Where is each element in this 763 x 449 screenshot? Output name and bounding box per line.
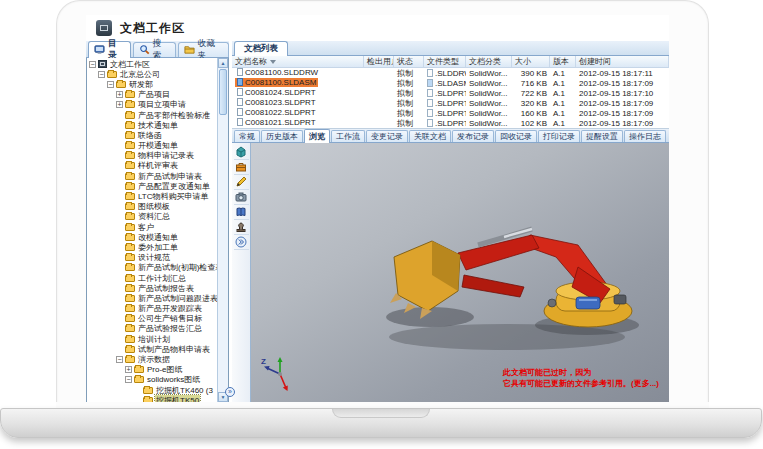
file-type: .SLDDRW: [435, 69, 466, 78]
collapse-icon[interactable]: −: [107, 81, 114, 88]
orientation-triad: Z: [261, 355, 299, 393]
tree-item[interactable]: +产品项目: [87, 90, 217, 100]
column-header[interactable]: 创建时间: [576, 56, 669, 67]
tab-print-records[interactable]: 打印记录: [538, 130, 580, 142]
app-window: 文档工作区 目录搜索收藏夹 −文档工作区−北京总公司−研发部+产品项目+项目立项…: [86, 15, 669, 403]
tree-item[interactable]: 样机评审表: [87, 161, 217, 171]
collapse-icon[interactable]: −: [116, 356, 123, 363]
folder-icon: [125, 193, 135, 200]
table-row[interactable]: C0081100.SLDASM拟制.SLDASMSolidWor...716 K…: [232, 78, 669, 88]
tab-general[interactable]: 常规: [234, 130, 260, 142]
viewer-canvas[interactable]: Z 此文档可能已过时，因为 它具有可能已更新的文件参考引用。(更多...): [251, 143, 669, 403]
part-file-icon: [237, 98, 243, 106]
tree-item[interactable]: 产品配置更改通知单: [87, 181, 217, 191]
tree-item[interactable]: 改模通知单: [87, 232, 217, 242]
tree-item[interactable]: 客户: [87, 222, 217, 232]
tree-item[interactable]: 技术通知单: [87, 120, 217, 130]
collapse-tree-button[interactable]: »: [225, 387, 235, 397]
folder-icon: [125, 91, 135, 98]
tab-document-list[interactable]: 文档列表: [234, 41, 288, 56]
tree-item[interactable]: 新产品试制(初期)检查表: [87, 263, 217, 273]
collapse-icon[interactable]: −: [89, 61, 96, 68]
tree-item[interactable]: 设计规范: [87, 253, 217, 263]
table-row[interactable]: C0081021.SLDPRT拟制.SLDPRTSolidWor...102 K…: [232, 118, 669, 128]
tab-recycle-records[interactable]: 回收记录: [495, 130, 537, 142]
tab-workflow[interactable]: 工作流: [331, 130, 365, 142]
tree-item[interactable]: −北京总公司: [87, 69, 217, 79]
tree-item[interactable]: 委外加工单: [87, 242, 217, 252]
column-header-label: 文档分类: [469, 56, 501, 67]
table-row[interactable]: C0081022.SLDPRT拟制.SLDPRTSolidWor...160 K…: [232, 108, 669, 118]
tab-change-records[interactable]: 变更记录: [366, 130, 408, 142]
table-row[interactable]: C0081024.SLDPRT拟制.SLDPRTSolidWor...722 K…: [232, 88, 669, 98]
file-size: 722 KB: [512, 89, 550, 98]
tab-operation-log[interactable]: 操作日志: [624, 130, 666, 142]
tab-directory[interactable]: 目录: [88, 41, 131, 58]
camera-icon[interactable]: [234, 190, 249, 205]
tab-related-docs[interactable]: 关联文档: [409, 130, 451, 142]
column-header[interactable]: 文件类型: [424, 56, 466, 67]
column-header[interactable]: 版本: [550, 56, 576, 67]
column-header[interactable]: 文档分类: [466, 56, 512, 67]
file-type-icon: [427, 99, 433, 107]
tree-item[interactable]: 新产品开发跟踪表: [87, 304, 217, 314]
folder-icon: [125, 101, 135, 108]
tree-scrollbar[interactable]: ▲ ▼: [217, 58, 228, 402]
tree-item[interactable]: 挖掘机TK460 (3: [87, 385, 217, 395]
folder-icon: [107, 71, 117, 78]
tree-item[interactable]: 图纸模板: [87, 202, 217, 212]
tree-item[interactable]: 挖掘机TK50: [87, 395, 217, 402]
tree-item[interactable]: 物料申请记录表: [87, 151, 217, 161]
book-icon[interactable]: [234, 205, 249, 220]
tree-item[interactable]: 资料汇总: [87, 212, 217, 222]
collapse-icon[interactable]: −: [125, 376, 132, 383]
tab-publish-records[interactable]: 发布记录: [452, 130, 494, 142]
document-category: SolidWor...: [466, 119, 512, 128]
folder-icon: [125, 295, 135, 302]
tree-item[interactable]: 工作计划汇总: [87, 273, 217, 283]
tree-item[interactable]: −演示数据: [87, 354, 217, 364]
tab-reminder-settings[interactable]: 提醒设置: [581, 130, 623, 142]
column-header[interactable]: 状态: [394, 56, 424, 67]
tree-item[interactable]: 公司生产销售目标: [87, 314, 217, 324]
expand-icon[interactable]: +: [116, 101, 123, 108]
tree-item[interactable]: −研发部: [87, 79, 217, 89]
panel-splitter[interactable]: »: [229, 41, 232, 403]
toolbox-icon[interactable]: [234, 160, 249, 175]
tree-item[interactable]: 新产品试制问题跟进表: [87, 293, 217, 303]
tab-favorites[interactable]: 收藏夹: [178, 42, 229, 57]
tree-item[interactable]: +项目立项申请: [87, 100, 217, 110]
tab-search[interactable]: 搜索: [133, 42, 176, 57]
expand-icon[interactable]: +: [116, 91, 123, 98]
tree-item[interactable]: 产品试验报告汇总: [87, 324, 217, 334]
column-header[interactable]: 检出用户: [364, 56, 394, 67]
scroll-up-icon[interactable]: ▲: [218, 58, 228, 68]
scroll-thumb[interactable]: [219, 69, 227, 115]
table-row[interactable]: C0081100.SLDDRW拟制.SLDDRWSolidWor...390 K…: [232, 68, 669, 78]
part-icon[interactable]: [234, 145, 249, 160]
tree-item[interactable]: +Pro-e图纸: [87, 365, 217, 375]
tree-item[interactable]: 试制产品物料申请表: [87, 344, 217, 354]
tree-item[interactable]: LTC物料购买申请单: [87, 191, 217, 201]
stamp-icon[interactable]: [234, 220, 249, 235]
tree-item[interactable]: 新产品试制申请表: [87, 171, 217, 181]
column-header[interactable]: 大小: [512, 56, 550, 67]
chevron-right-icon[interactable]: [234, 235, 249, 250]
tree-item[interactable]: 开模通知单: [87, 141, 217, 151]
expand-icon[interactable]: +: [125, 366, 132, 373]
tree-item[interactable]: −文档工作区: [87, 59, 217, 69]
folder-icon: [125, 224, 135, 231]
pencil-icon[interactable]: [234, 175, 249, 190]
tree-item[interactable]: 联络函: [87, 130, 217, 140]
tree-item[interactable]: 产品试制报告表: [87, 283, 217, 293]
tab-history[interactable]: 历史版本: [261, 130, 303, 142]
table-row[interactable]: C0081023.SLDPRT拟制.SLDPRTSolidWor...320 K…: [232, 98, 669, 108]
tree-item[interactable]: 培训计划: [87, 334, 217, 344]
document-panel: 文档列表 文档名称检出用户状态文件类型文档分类大小版本创建时间 C0081100…: [232, 41, 669, 403]
reference-warning-text[interactable]: 此文档可能已过时，因为 它具有可能已更新的文件参考引用。(更多...): [503, 367, 659, 389]
tree-item[interactable]: 产品零部件检验标准: [87, 110, 217, 120]
collapse-icon[interactable]: −: [98, 71, 105, 78]
column-header[interactable]: 文档名称: [232, 56, 364, 67]
tree-item[interactable]: −solidworks图纸: [87, 375, 217, 385]
tab-preview[interactable]: 浏览: [304, 129, 330, 143]
